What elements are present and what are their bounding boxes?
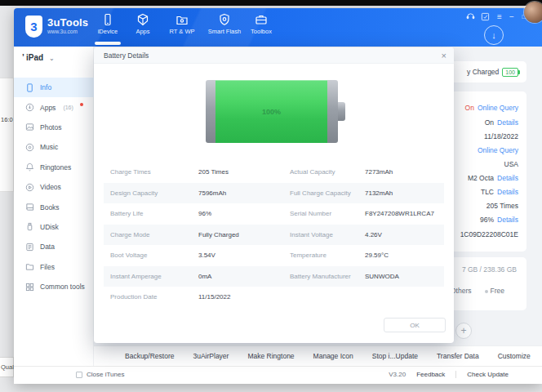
row-value: 96% (198, 210, 290, 217)
row-value: 0mA (198, 273, 290, 280)
sidebar-item-label: Photos (40, 123, 61, 131)
support-headset-icon[interactable] (465, 12, 475, 24)
sidebar-item-photos[interactable]: Photos (14, 118, 94, 137)
idevice-icon (101, 13, 114, 26)
battery-details-table: Charge Times 205 Times Actual Capacity 7… (104, 162, 444, 308)
minimize-button[interactable]: − (507, 12, 517, 22)
nav-rt-wp[interactable]: RT & WP (159, 13, 205, 46)
sidebar-item-udisk[interactable]: UDisk (14, 217, 94, 237)
feedback-note-icon[interactable] (480, 12, 490, 24)
info-row: M2 Octa Details (468, 173, 518, 183)
toolbar-button[interactable]: Make Ringtone (247, 352, 294, 360)
row-value: SUNWODA (365, 273, 444, 280)
sidebar-item-data[interactable]: Data (14, 237, 94, 256)
table-row: Instant Amperage 0mA Battery Manufacture… (104, 266, 444, 287)
device-mark: ’ (22, 53, 24, 62)
online-query-link[interactable]: Online Query (478, 104, 518, 112)
details-link[interactable]: Details (497, 174, 518, 182)
table-row: Boot Voltage 3.54V Temperature 29.59°C (104, 245, 444, 266)
sidebar-item-ringtones[interactable]: Ringtones (14, 158, 94, 177)
legend-item: Free (485, 287, 504, 295)
rt-wp-icon (175, 13, 189, 26)
row-label: Battery Life (110, 210, 198, 217)
background-window-fragment: 16:0 (0, 78, 14, 192)
date-value: 11/18/2022 (484, 132, 518, 140)
row-label: Full Charge Capacity (290, 189, 365, 197)
3utools-logo: 3 (25, 16, 42, 38)
charged-label: y Charged (467, 68, 499, 76)
notification-dot (80, 103, 83, 106)
checkbox-icon[interactable] (76, 372, 82, 378)
table-row: Battery Life 96% Serial Number F8Y247208… (104, 203, 444, 225)
info-row: 205 Times (486, 201, 518, 211)
details-link[interactable]: Details (497, 188, 518, 196)
row-label: Boot Voltage (110, 252, 198, 259)
details-link[interactable]: Details (497, 118, 518, 127)
online-query-link[interactable]: Online Query (478, 146, 518, 154)
titlebar: 3 3uTools www.3u.com iDevice Apps RT & W… (14, 8, 542, 47)
avatar (524, 2, 542, 23)
feedback-link[interactable]: Feedback (416, 371, 445, 378)
sidebar-item-files[interactable]: Files (14, 257, 94, 277)
close-itunes-option[interactable]: Close iTunes (76, 371, 124, 378)
logo-glyph: 3 (30, 20, 37, 33)
charge-status-row: y Charged 100 (467, 67, 518, 77)
info-row: TLC Details (481, 187, 518, 197)
menu-icon[interactable]: ≡ (495, 12, 504, 22)
toolbar-button[interactable]: Customize (498, 352, 531, 360)
sidebar-item-music[interactable]: Music (14, 137, 94, 157)
legend-label: Free (491, 287, 504, 295)
sidebar-item-apps[interactable]: Apps (16) (14, 97, 94, 117)
apps-count: (16) (63, 105, 73, 110)
row-label: Battery Manufacturer (290, 273, 365, 280)
toolbar-button[interactable]: Manage Icon (313, 352, 353, 360)
sidebar-item-books[interactable]: Books (14, 197, 94, 216)
battery-right-cap (327, 80, 338, 143)
apps-circle-icon (25, 103, 34, 112)
sidebar-item-label: Info (40, 83, 51, 91)
row-value: 7596mAh (198, 189, 290, 197)
background-window-fragment: Qual (0, 357, 14, 377)
ok-button[interactable]: OK (384, 318, 446, 332)
sidebar-item-label: Videos (40, 183, 61, 191)
play-circle-icon (25, 183, 34, 192)
battery-graphic: 100% (206, 80, 345, 143)
active-tab-indicator (95, 42, 121, 45)
info-row: 96% Details (480, 215, 518, 225)
device-selector[interactable]: ’ iPad ⌄ (22, 53, 55, 62)
row-label: Actual Capacity (290, 168, 365, 176)
sidebar: ’ iPad ⌄ Info Apps (16) Photos Music (14, 47, 94, 366)
usb-drive-icon (25, 222, 34, 231)
row-value: 29.59°C (365, 252, 444, 259)
nav-toolbox[interactable]: Toolbox (238, 13, 284, 46)
details-link[interactable]: Details (497, 216, 518, 224)
download-center-button[interactable]: ↓ (484, 25, 504, 45)
status-value: On (485, 118, 494, 127)
sidebar-item-videos[interactable]: Videos (14, 177, 94, 197)
device-name: iPad (26, 53, 43, 62)
toolbar-button[interactable]: Transfer Data (437, 352, 479, 360)
brand-block: 3uTools www.3u.com (47, 17, 88, 35)
battery-details-modal: Battery Details × 100% Charge Times 205 … (94, 47, 454, 343)
toolbar-button[interactable]: Stop i...Update (372, 352, 418, 360)
row-value: 7132mAh (365, 189, 444, 197)
divider (455, 371, 456, 378)
bell-icon (25, 163, 34, 172)
sidebar-item-label: Files (40, 263, 55, 271)
table-row: Design Capacity 7596mAh Full Charge Capa… (104, 183, 444, 204)
serial-value: 1C09D22208C01E (460, 230, 518, 238)
statusbar: Close iTunes V3.20 Feedback Check Update (14, 366, 542, 384)
battery-life-value: 96% (480, 216, 494, 224)
apps-cube-icon (136, 13, 149, 26)
toolbar-button[interactable]: Backup/Restore (125, 352, 174, 360)
sidebar-item-info[interactable]: Info (14, 78, 94, 97)
add-shortcut-button[interactable]: + (455, 323, 472, 339)
info-row: Online Query (478, 145, 518, 155)
flash-type-value: TLC (481, 188, 494, 196)
toolbar-button[interactable]: 3uAirPlayer (193, 352, 229, 360)
row-value: Fully Charged (198, 231, 290, 238)
modal-close-icon[interactable]: × (442, 50, 446, 61)
check-update-link[interactable]: Check Update (467, 371, 509, 378)
sidebar-item-common-tools[interactable]: Common tools (14, 277, 94, 296)
row-label: Charge Times (110, 168, 198, 176)
